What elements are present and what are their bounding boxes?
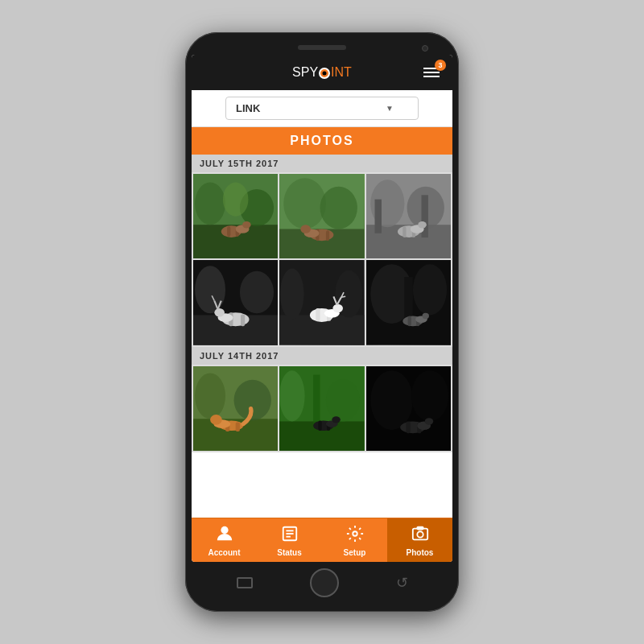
photo-item[interactable]	[279, 366, 364, 451]
svg-point-32	[195, 266, 225, 314]
logo-spy: SPY	[292, 65, 318, 79]
svg-rect-23	[374, 200, 381, 233]
svg-point-72	[210, 415, 222, 425]
photo-grid-july14	[192, 365, 452, 452]
menu-badge: 3	[435, 60, 446, 71]
photo-grid-july15	[192, 172, 452, 347]
svg-point-63	[422, 313, 428, 319]
camera-select[interactable]: LINK ▼	[225, 97, 419, 120]
svg-point-84	[370, 370, 413, 430]
svg-point-85	[411, 370, 448, 421]
svg-point-13	[320, 187, 357, 229]
svg-point-50	[333, 304, 344, 313]
phone-screen: SPYINT 3 LINK ▼ PHOTOS JULY 15TH 2017	[192, 55, 452, 562]
photo-item[interactable]	[193, 366, 278, 451]
dropdown-arrow-icon: ▼	[386, 104, 394, 113]
svg-rect-99	[417, 527, 423, 530]
svg-line-54	[341, 297, 345, 298]
logo-point: INT	[331, 65, 352, 79]
photo-item[interactable]	[279, 260, 364, 345]
nav-status[interactable]: Status	[257, 518, 322, 562]
svg-point-2	[195, 183, 225, 225]
svg-rect-77	[313, 374, 320, 425]
recent-apps-icon[interactable]	[237, 577, 253, 588]
photo-item[interactable]	[193, 260, 278, 345]
svg-point-98	[417, 531, 423, 537]
photo-item[interactable]	[366, 366, 451, 451]
svg-point-29	[418, 221, 427, 228]
status-icon	[281, 525, 299, 547]
bottom-nav: Account Status	[192, 518, 452, 562]
svg-rect-60	[407, 316, 411, 327]
date-label-july14: JULY 14TH 2017	[200, 351, 279, 361]
phone-bottom-bar: ↺	[192, 562, 452, 602]
svg-point-12	[284, 178, 327, 229]
nav-setup[interactable]: Setup	[322, 518, 387, 562]
nav-account[interactable]: Account	[192, 518, 257, 562]
app-header: SPYINT 3	[192, 55, 452, 90]
svg-point-33	[240, 271, 274, 314]
svg-point-96	[353, 531, 357, 536]
setup-icon	[346, 525, 364, 547]
home-button[interactable]	[310, 568, 339, 597]
svg-rect-16	[326, 231, 329, 242]
svg-point-66	[195, 373, 225, 419]
nav-status-label: Status	[277, 548, 302, 557]
nav-photos-label: Photos	[407, 548, 434, 557]
svg-rect-36	[241, 315, 245, 327]
photos-icon	[411, 525, 429, 547]
svg-point-9	[242, 221, 251, 228]
content-scroll[interactable]: JULY 15TH 2017	[192, 155, 452, 518]
section-title: PHOTOS	[192, 127, 452, 155]
svg-point-44	[280, 269, 303, 320]
svg-point-4	[223, 183, 249, 217]
photo-item[interactable]	[279, 174, 364, 258]
date-group-july14: JULY 14TH 2017	[192, 347, 452, 365]
svg-rect-70	[236, 422, 240, 431]
svg-point-82	[332, 416, 341, 423]
phone-frame: SPYINT 3 LINK ▼ PHOTOS JULY 15TH 2017	[185, 32, 459, 612]
svg-point-38	[214, 308, 225, 317]
date-group-july15: JULY 15TH 2017	[192, 155, 452, 172]
svg-rect-79	[319, 420, 322, 431]
nav-account-label: Account	[208, 548, 241, 557]
photo-item[interactable]	[366, 260, 451, 345]
svg-point-76	[326, 378, 360, 421]
nav-photos[interactable]: Photos	[387, 518, 452, 562]
svg-rect-87	[406, 421, 410, 433]
svg-point-57	[413, 265, 447, 316]
camera-dropdown[interactable]: LINK ▼	[192, 90, 452, 127]
phone-status-bar	[192, 42, 452, 55]
photo-item[interactable]	[366, 174, 451, 258]
svg-point-91	[221, 526, 228, 534]
phone-speaker	[298, 45, 346, 50]
nav-setup-label: Setup	[344, 548, 366, 557]
logo-dot	[319, 68, 330, 79]
account-icon	[216, 525, 233, 547]
back-icon[interactable]: ↺	[396, 574, 408, 592]
svg-rect-26	[402, 226, 406, 237]
svg-rect-47	[316, 308, 320, 321]
svg-point-90	[424, 418, 433, 424]
svg-rect-6	[227, 226, 230, 237]
svg-point-18	[301, 225, 312, 233]
photo-item[interactable]	[193, 174, 278, 258]
date-label-july15: JULY 15TH 2017	[200, 159, 279, 168]
dropdown-selected-value: LINK	[236, 102, 260, 114]
svg-point-75	[279, 370, 305, 421]
app-logo: SPYINT	[292, 65, 352, 80]
phone-camera	[422, 45, 428, 52]
